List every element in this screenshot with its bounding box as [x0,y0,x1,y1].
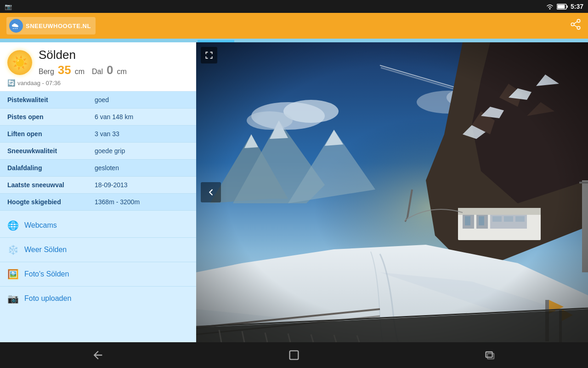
info-value: 6 van 148 km [95,113,133,121]
prev-image-button[interactable] [201,182,221,202]
info-value: 1368m - 3200m [95,198,140,206]
back-button[interactable] [84,349,112,362]
status-left-icons: 📷 [5,3,12,10]
share-button[interactable] [570,18,582,33]
recents-button[interactable] [476,349,504,362]
resort-row: ☀️ Sölden Berg 35 cm Dal 0 cm [7,48,189,77]
resort-info: Sölden Berg 35 cm Dal 0 cm [39,48,189,77]
info-value: goed [95,96,109,104]
status-right-icons: 5:37 [546,3,583,10]
svg-rect-71 [487,354,494,359]
menu-item-fotos[interactable]: 🖼️Foto's Sölden [0,262,196,287]
berg-label: Berg [39,68,54,76]
svg-point-9 [577,26,580,29]
battery-icon [557,4,568,10]
weer-icon: ❄️ [7,244,19,255]
recents-icon [484,349,497,362]
info-row: Liften open3 van 33 [0,126,196,143]
svg-rect-3 [557,5,565,8]
svg-point-7 [577,19,580,23]
berg-value: 35 [58,63,71,77]
fullscreen-icon [204,51,214,60]
dal-unit: cm [117,68,127,76]
fotos-label: Foto's Sölden [24,270,69,278]
svg-rect-70 [486,352,492,357]
webcam-image [196,42,588,342]
weer-label: Weer Sölden [24,246,67,254]
svg-rect-59 [196,42,588,342]
left-panel: ☀️ Sölden Berg 35 cm Dal 0 cm 🔄 vandaag … [0,42,196,342]
webcams-label: Webcams [24,221,57,230]
tabs-row [0,39,588,42]
update-row: 🔄 vandaag - 07:36 [7,79,189,86]
dal-value: 0 [107,63,113,77]
menu-item-weer[interactable]: ❄️Weer Sölden [0,238,196,262]
info-value: gesloten [95,164,119,172]
resort-name: Sölden [39,48,189,62]
menu-section: 🌐Webcams❄️Weer Sölden🖼️Foto's Sölden📷Fot… [0,211,196,313]
home-button[interactable] [280,349,308,362]
cloud-snow-icon [11,22,21,29]
svg-rect-69 [290,351,299,360]
info-label: Sneeuwkwaliteit [7,147,95,155]
status-bar: 📷 5:37 [0,0,588,13]
bottom-nav [0,342,588,368]
dal-label: Dal [92,68,103,76]
resort-header: ☀️ Sölden Berg 35 cm Dal 0 cm 🔄 vandaag … [0,42,196,92]
svg-point-8 [571,23,574,26]
webcam-panel [196,42,588,342]
info-value: 18-09-2013 [95,181,128,189]
info-label: Hoogte skigebied [7,198,95,206]
info-label: Pistekwaliteit [7,96,95,104]
wifi-icon [546,3,554,10]
main-content: ☀️ Sölden Berg 35 cm Dal 0 cm 🔄 vandaag … [0,42,588,342]
info-label: Dalafdaling [7,164,95,172]
time-display: 5:37 [571,3,583,10]
svg-point-0 [549,8,550,10]
info-row: Sneeuwkwaliteitgoede grip [0,143,196,160]
menu-item-upload[interactable]: 📷Foto uploaden [0,287,196,310]
svg-line-10 [574,22,577,24]
info-row: Dalafdalinggesloten [0,160,196,177]
camera-status-icon: 📷 [5,3,12,10]
home-icon [288,349,300,362]
fullscreen-button[interactable] [201,47,217,63]
logo-area[interactable]: SNEEUWHOOGTE.NL [6,17,96,34]
refresh-icon: 🔄 [7,79,15,86]
info-row: Pistekwaliteitgoed [0,92,196,109]
info-label: Pistes open [7,113,95,121]
update-time: vandaag - 07:36 [17,80,61,86]
info-label: Liften open [7,130,95,138]
logo-text: SNEEUWHOOGTE.NL [26,23,91,29]
menu-item-webcams[interactable]: 🌐Webcams [0,213,196,238]
info-table: PistekwaliteitgoedPistes open6 van 148 k… [0,92,196,211]
top-bar: SNEEUWHOOGTE.NL [0,13,588,39]
info-value: 3 van 33 [95,130,119,138]
chevron-left-icon [206,187,216,197]
svg-line-11 [574,25,577,27]
info-row: Laatste sneeuwval18-09-2013 [0,177,196,194]
logo-icon [9,19,23,33]
info-row: Pistes open6 van 148 km [0,109,196,126]
info-row: Hoogte skigebied1368m - 3200m [0,194,196,211]
fotos-icon: 🖼️ [7,269,19,280]
info-label: Laatste sneeuwval [7,181,95,189]
svg-rect-2 [567,6,568,8]
berg-unit: cm [75,68,85,76]
snow-data: Berg 35 cm Dal 0 cm [39,63,189,77]
info-value: goede grip [95,147,125,155]
back-icon [91,349,104,362]
upload-label: Foto uploaden [24,294,71,303]
weather-sun-icon: ☀️ [7,50,32,75]
webcams-icon: 🌐 [7,220,19,231]
upload-icon: 📷 [7,293,19,304]
